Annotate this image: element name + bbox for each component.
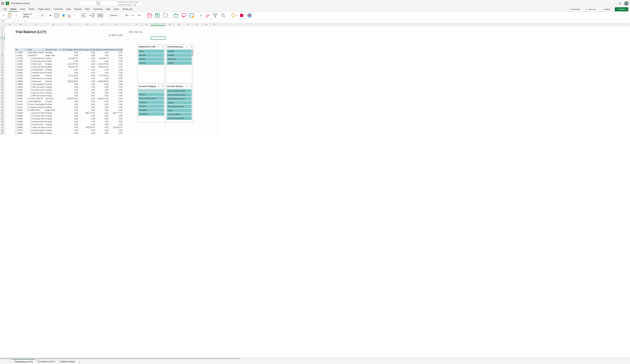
cell[interactable] <box>5 132 15 134</box>
fx-icon[interactable]: fx <box>24 20 27 22</box>
cell[interactable] <box>202 80 211 83</box>
cell[interactable]: 0.00 <box>78 77 96 80</box>
cell[interactable]: Posting <box>45 114 62 117</box>
cell[interactable] <box>165 129 174 132</box>
cell[interactable]: 727,120.32 <box>62 74 78 77</box>
cell[interactable] <box>165 126 174 129</box>
slicer-item[interactable]: Liabilities <box>138 108 164 112</box>
cell[interactable] <box>193 74 202 77</box>
cell[interactable] <box>184 40 193 42</box>
clear-filter-icon[interactable] <box>190 46 192 48</box>
column-header-M[interactable]: M <box>165 23 174 26</box>
merge-button[interactable] <box>96 13 105 18</box>
cell[interactable] <box>165 34 174 37</box>
cell[interactable] <box>5 34 15 37</box>
borders-button[interactable] <box>54 13 60 18</box>
cell[interactable]: −14140 <box>15 103 27 106</box>
cell[interactable]: Trial Balance (LCY) <box>15 30 47 34</box>
cell[interactable]: 0.00 <box>109 86 123 88</box>
cell[interactable] <box>62 42 78 45</box>
cell[interactable] <box>202 112 211 114</box>
cell[interactable] <box>62 45 78 48</box>
cell[interactable]: 0.00 <box>62 106 78 109</box>
row-header[interactable]: 5 <box>0 40 5 42</box>
row-header[interactable]: 28 <box>0 106 5 109</box>
row-header[interactable]: 34 <box>0 123 5 126</box>
cell[interactable] <box>211 26 218 30</box>
slicer-item[interactable]: Accumulated Depreci... <box>167 93 192 96</box>
column-header-A[interactable]: A <box>5 23 15 26</box>
cell[interactable]: 0.00 <box>62 109 78 112</box>
cell[interactable]: 0.00 <box>96 94 109 97</box>
slicer-item[interactable]: Bad Debt Expense <box>167 105 192 108</box>
cell[interactable] <box>123 26 130 30</box>
cell[interactable] <box>45 42 62 45</box>
cell[interactable]: 0.00 <box>109 103 123 106</box>
ribbon-tab-share[interactable]: Share <box>27 7 36 12</box>
cell[interactable] <box>123 123 130 126</box>
row-header[interactable]: 1 <box>0 26 5 30</box>
slicer-item[interactable]: PROD <box>138 58 164 61</box>
cell[interactable] <box>151 40 165 42</box>
cell[interactable]: 0.00 <box>109 92 123 94</box>
cell[interactable]: −Accumulated Depreciat <box>27 83 45 86</box>
cell[interactable] <box>5 60 15 63</box>
cell[interactable] <box>123 77 130 80</box>
cell[interactable]: 0.00 <box>109 51 123 54</box>
cell[interactable] <box>96 42 109 45</box>
cell[interactable]: 0.00 <box>78 80 96 83</box>
cell[interactable] <box>202 123 211 126</box>
cell[interactable] <box>202 94 211 97</box>
cell[interactable] <box>202 66 211 68</box>
cell[interactable]: 0.00 <box>109 100 123 103</box>
cell[interactable]: −ASSETS <box>27 54 45 57</box>
more-font-button[interactable]: ⋯ <box>73 13 77 18</box>
cell[interactable]: 1,224,787.68 <box>96 63 109 66</box>
cell[interactable] <box>5 30 15 34</box>
row-header[interactable]: 22 <box>0 88 5 92</box>
cell[interactable] <box>130 26 143 30</box>
row-header[interactable]: 9 <box>0 51 5 54</box>
cell[interactable] <box>62 26 78 30</box>
slicer-item[interactable] <box>138 89 164 92</box>
cell[interactable] <box>202 34 211 37</box>
cell[interactable] <box>123 37 130 40</box>
column-header-D[interactable]: D <box>45 23 62 26</box>
cell[interactable] <box>193 92 202 94</box>
cell[interactable] <box>123 94 130 97</box>
cell[interactable]: Net Change (Credit)▾ <box>78 48 96 51</box>
cell[interactable]: 0.00 <box>109 80 123 83</box>
cell[interactable] <box>96 26 109 30</box>
cell[interactable]: 0.00 <box>109 74 123 77</box>
row-header[interactable]: 36 <box>0 129 5 132</box>
cell[interactable]: −20600 <box>15 126 27 129</box>
cell[interactable] <box>15 42 27 45</box>
cell[interactable] <box>163 30 171 34</box>
cell[interactable] <box>165 40 174 42</box>
cell[interactable] <box>202 40 211 42</box>
cell[interactable]: 0.00 <box>96 83 109 86</box>
cell[interactable] <box>151 34 165 37</box>
cell[interactable]: 0.00 <box>78 86 96 88</box>
row-header[interactable]: 21 <box>0 86 5 88</box>
cell[interactable] <box>171 30 186 34</box>
cell[interactable] <box>96 34 109 37</box>
cell[interactable] <box>211 123 218 126</box>
column-header-L[interactable]: L <box>151 23 165 26</box>
cell[interactable] <box>211 80 218 83</box>
cell[interactable]: 159,539.20 <box>109 126 123 129</box>
cell-styles-button[interactable] <box>162 13 169 18</box>
cell[interactable] <box>193 132 202 134</box>
cell[interactable]: −20700 <box>15 129 27 132</box>
cell[interactable]: 0.00 <box>109 123 123 126</box>
cell[interactable]: Begin-Total <box>45 109 62 112</box>
cell[interactable]: 0.00 <box>96 112 109 114</box>
cell[interactable] <box>62 34 78 37</box>
cell[interactable] <box>143 34 151 37</box>
ribbon-tab-script-lab[interactable]: Script Lab <box>120 7 134 12</box>
cell[interactable]: 0.00 <box>62 71 78 74</box>
cell[interactable] <box>5 92 15 94</box>
cell[interactable]: 0.00 <box>78 97 96 100</box>
cell[interactable]: −Accounts Receivable <box>27 66 45 68</box>
cell[interactable]: −Equipment <box>27 80 45 83</box>
